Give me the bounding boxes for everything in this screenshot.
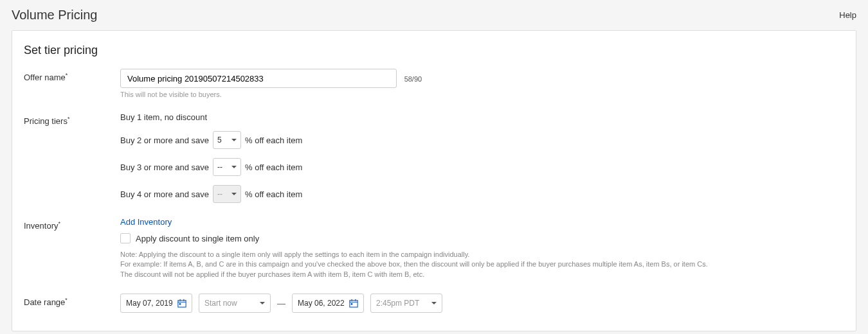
svg-rect-9 — [351, 303, 353, 305]
tier-2-prefix: Buy 2 or more and save — [120, 136, 209, 145]
chevron-down-icon — [231, 139, 237, 141]
svg-rect-3 — [183, 299, 184, 301]
calendar-icon — [177, 299, 186, 308]
tier-3-prefix: Buy 3 or more and save — [120, 163, 209, 172]
tier-2-suffix: % off each item — [245, 136, 302, 145]
tier-3-suffix: % off each item — [245, 163, 302, 172]
tier-2-value: 5 — [217, 136, 222, 145]
end-date-input[interactable]: May 06, 2022 — [292, 294, 364, 313]
inventory-label: Inventory — [24, 217, 120, 231]
tier-1-line: Buy 1 item, no discount — [120, 112, 844, 122]
end-date-value: May 06, 2022 — [298, 299, 345, 308]
chevron-down-icon — [231, 193, 237, 195]
end-time-select[interactable]: 2:45pm PDT — [370, 294, 442, 313]
inventory-note-line2: For example: If items A, B, and C are in… — [120, 259, 844, 269]
single-item-checkbox-label: Apply discount to single item only — [136, 234, 259, 243]
tier-4-value: -- — [217, 189, 222, 198]
tier-3-line: Buy 3 or more and save -- % off each ite… — [120, 158, 844, 176]
tier-4-line: Buy 4 or more and save -- % off each ite… — [120, 185, 844, 203]
offer-name-input[interactable] — [120, 69, 397, 88]
page-title: Volume Pricing — [12, 8, 97, 22]
start-date-value: May 07, 2019 — [126, 299, 173, 308]
start-time-value: Start now — [204, 299, 237, 308]
svg-rect-7 — [352, 299, 352, 301]
single-item-checkbox[interactable] — [120, 233, 131, 243]
date-range-label: Date range — [24, 294, 120, 307]
tier-4-select: -- — [213, 185, 241, 203]
tier-2-select[interactable]: 5 — [213, 131, 241, 149]
start-time-select[interactable]: Start now — [199, 294, 271, 313]
help-link[interactable]: Help — [839, 10, 856, 20]
date-range-dash: — — [277, 299, 285, 308]
offer-name-charcount: 58/90 — [404, 75, 422, 83]
add-inventory-link[interactable]: Add Inventory — [120, 217, 172, 227]
offer-name-hint: This will not be visible to buyers. — [120, 91, 844, 98]
calendar-icon — [349, 299, 358, 308]
inventory-note-line3: The discount will not be applied if the … — [120, 270, 844, 279]
svg-rect-8 — [355, 299, 356, 301]
tier-4-suffix: % off each item — [245, 189, 302, 199]
inventory-note: Note: Applying the discount to a single … — [120, 250, 844, 279]
card-title: Set tier pricing — [24, 44, 844, 57]
end-time-value: 2:45pm PDT — [376, 299, 419, 308]
tier-3-value: -- — [217, 163, 222, 171]
tier-4-prefix: Buy 4 or more and save — [120, 189, 209, 199]
tier-3-select[interactable]: -- — [213, 158, 241, 176]
pricing-tiers-label: Pricing tiers — [24, 112, 120, 126]
tier-2-line: Buy 2 or more and save 5 % off each item — [120, 131, 844, 149]
form-card: Set tier pricing Offer name 58/90 This w… — [12, 30, 856, 331]
start-date-input[interactable]: May 07, 2019 — [120, 294, 192, 313]
svg-rect-4 — [179, 303, 181, 305]
inventory-note-line1: Note: Applying the discount to a single … — [120, 250, 844, 259]
chevron-down-icon — [431, 302, 437, 304]
offer-name-label: Offer name — [24, 69, 120, 82]
chevron-down-icon — [260, 302, 265, 304]
svg-rect-2 — [180, 299, 181, 301]
chevron-down-icon — [231, 166, 237, 168]
